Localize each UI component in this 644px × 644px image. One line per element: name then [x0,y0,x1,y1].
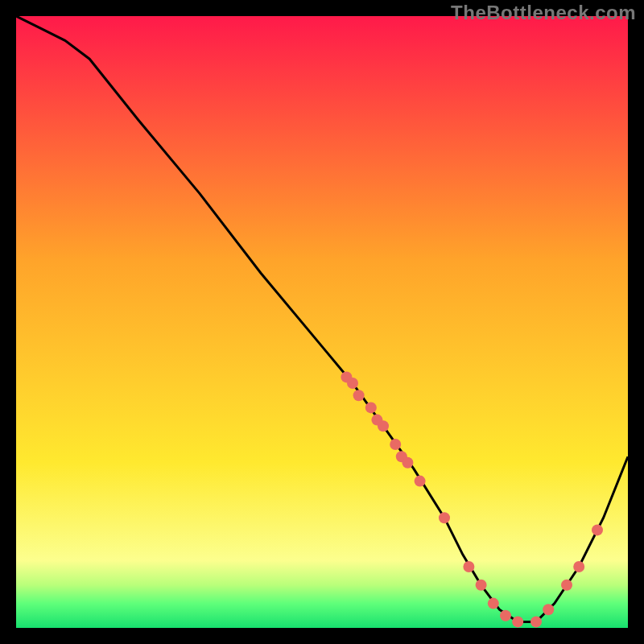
chart-svg [16,16,628,628]
data-point [488,598,499,609]
data-point [347,378,358,389]
data-point [402,457,413,469]
watermark-text: TheBottleneck.com [451,2,636,24]
data-point [500,610,511,621]
plot-area [16,16,628,628]
data-point [378,420,389,431]
data-point [561,580,572,591]
data-point [390,439,401,450]
data-point [573,561,584,572]
data-point [353,390,365,401]
data-point [463,561,474,572]
data-point [543,604,554,615]
gradient-background [16,16,628,628]
data-point [365,402,377,413]
data-point [415,476,426,487]
data-point [592,524,603,535]
data-point [439,512,450,523]
data-point [512,616,523,627]
data-point [530,616,542,627]
chart-container: { "watermark": "TheBottleneck.com", "col… [0,0,644,644]
data-point [476,580,487,591]
